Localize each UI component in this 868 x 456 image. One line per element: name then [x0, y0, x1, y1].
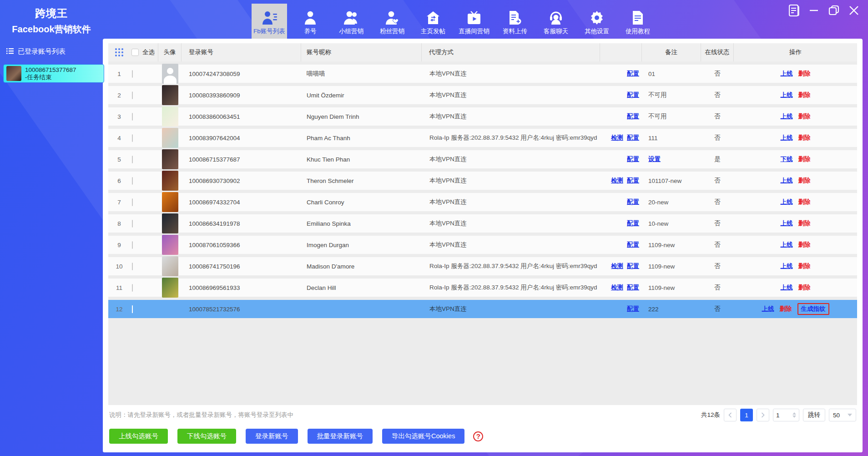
delete-link[interactable]: 删除 — [780, 305, 792, 313]
online-link[interactable]: 上线 — [762, 305, 774, 313]
config-link[interactable]: 配置 — [627, 177, 639, 185]
minimize-icon[interactable] — [807, 5, 821, 16]
delete-link[interactable]: 删除 — [798, 198, 811, 206]
row-checkbox[interactable] — [132, 134, 133, 142]
config-link[interactable]: 配置 — [627, 241, 639, 249]
delete-link[interactable]: 删除 — [798, 241, 811, 249]
delete-link[interactable]: 删除 — [798, 262, 811, 270]
config-link[interactable]: 配置 — [627, 219, 639, 228]
tab-客服聊天[interactable]: 客服聊天 — [538, 4, 574, 39]
config-link[interactable]: 配置 — [627, 262, 639, 270]
row-checkbox[interactable] — [132, 177, 133, 185]
button-上线勾选账号[interactable]: 上线勾选账号 — [109, 429, 168, 444]
row-checkbox[interactable] — [132, 113, 133, 121]
page-jump-input[interactable]: 1 — [773, 409, 799, 421]
config-link[interactable]: 配置 — [627, 70, 639, 78]
table-row[interactable]: 2100080393860909Umit Özdemir本地VPN直连配置不可用… — [108, 86, 857, 104]
table-row[interactable]: 5100086715377687Khuc Tien Phan本地VPN直连配置设… — [108, 150, 857, 168]
row-checkbox[interactable] — [132, 263, 133, 270]
button-导出勾选账号Cookies[interactable]: 导出勾选账号Cookies — [382, 429, 464, 444]
table-row[interactable]: 1100074247308059喵喵喵本地VPN直连配置01否上线删除 — [108, 65, 857, 83]
table-row[interactable]: 6100086930730902Theron Schmeler本地VPN直连检测… — [108, 172, 857, 190]
help-icon[interactable]: ? — [473, 431, 483, 441]
jump-button[interactable]: 跳转 — [803, 409, 825, 421]
check-link[interactable]: 检测 — [611, 284, 623, 292]
delete-link[interactable]: 删除 — [798, 219, 811, 228]
online-link[interactable]: 上线 — [781, 177, 793, 185]
row-checkbox[interactable] — [132, 220, 133, 228]
delete-link[interactable]: 删除 — [798, 112, 811, 121]
restore-icon[interactable] — [827, 5, 841, 16]
row-checkbox[interactable] — [132, 284, 133, 292]
select-all-checkbox[interactable] — [131, 49, 139, 56]
row-checkbox[interactable] — [132, 70, 133, 78]
delete-link[interactable]: 删除 — [798, 91, 811, 99]
check-link[interactable]: 检测 — [611, 177, 623, 185]
close-icon[interactable] — [847, 5, 861, 16]
config-link[interactable]: 配置 — [627, 134, 639, 142]
online-link[interactable]: 上线 — [781, 241, 793, 249]
account-number: 100083860063451 — [182, 113, 301, 120]
delete-link[interactable]: 删除 — [798, 155, 811, 163]
table-row[interactable]: 4100083907642004Pham Ac ThanhRola-Ip 服务器… — [108, 129, 857, 147]
check-link[interactable]: 检测 — [611, 134, 623, 142]
drag-grid-icon[interactable] — [108, 43, 130, 61]
delete-link[interactable]: 删除 — [798, 70, 811, 78]
check-link[interactable]: 检测 — [611, 262, 623, 270]
delete-link[interactable]: 删除 — [798, 134, 811, 142]
online-link[interactable]: 上线 — [781, 262, 793, 270]
online-link[interactable]: 上线 — [781, 91, 793, 99]
tab-直播间营销[interactable]: 直播间营销 — [456, 4, 492, 39]
online-link[interactable]: 上线 — [781, 134, 793, 142]
config-link[interactable]: 配置 — [627, 284, 639, 292]
tab-其他设置[interactable]: 其他设置 — [579, 4, 615, 39]
tab-使用教程[interactable]: 使用教程 — [620, 4, 656, 39]
table-row[interactable]: 12100078521732576本地VPN直连配置222否上线删除生成指纹 — [108, 300, 857, 318]
tab-养号[interactable]: 养号 — [293, 4, 328, 39]
online-link[interactable]: 上线 — [781, 70, 793, 78]
table-row[interactable]: 3100083860063451Nguyen Diem Trinh本地VPN直连… — [108, 107, 857, 126]
config-link[interactable]: 配置 — [627, 155, 639, 163]
tab-资料上传[interactable]: 资料上传 — [497, 4, 533, 39]
button-下线勾选账号[interactable]: 下线勾选账号 — [177, 429, 236, 444]
online-link[interactable]: 上线 — [781, 284, 793, 292]
config-link[interactable]: 配置 — [627, 198, 639, 206]
config-link[interactable]: 配置 — [627, 112, 639, 121]
row-checkbox[interactable] — [132, 91, 133, 99]
row-checkbox[interactable] — [132, 156, 133, 163]
sidebar-account-item[interactable]: 100086715377687 -任务结束 — [3, 64, 104, 83]
tab-Fb账号列表[interactable]: Fb账号列表 — [252, 4, 287, 39]
delete-link[interactable]: 删除 — [798, 284, 811, 292]
table-row[interactable]: 10100086741750196Madison D'amoreRola-Ip … — [108, 257, 857, 275]
table-row[interactable]: 8100086634191978Emiliano Spinka本地VPN直连配置… — [108, 214, 857, 233]
delete-link[interactable]: 删除 — [798, 177, 811, 185]
online-link[interactable]: 上线 — [781, 198, 793, 206]
offline-link[interactable]: 下线 — [781, 155, 793, 163]
row-checkbox[interactable] — [132, 198, 133, 206]
online-link[interactable]: 上线 — [781, 112, 793, 121]
stepper-icon[interactable] — [792, 412, 796, 418]
row-checkbox[interactable] — [132, 305, 133, 313]
table-row[interactable]: 9100087061059366Imogen Durgan本地VPN直连配置11… — [108, 236, 857, 254]
changelog-icon[interactable] — [787, 5, 801, 16]
proxy-mode: Rola-Ip 服务器:202.88.37.9:5432 用户名:4rkuj 密… — [422, 284, 600, 292]
tab-粉丝营销[interactable]: 粉丝营销 — [374, 4, 410, 39]
actions-cell: 下线删除 — [734, 155, 857, 163]
remark-set-link[interactable]: 设置 — [648, 155, 661, 163]
tab-小组营销[interactable]: 小组营销 — [333, 4, 369, 39]
generate-fingerprint-button[interactable]: 生成指纹 — [797, 303, 829, 315]
prev-page-button[interactable] — [724, 409, 737, 421]
table-row[interactable]: 11100086969561933Declan HillRola-Ip 服务器:… — [108, 279, 857, 297]
table-row[interactable]: 7100086974332704Charli Conroy本地VPN直连配置20… — [108, 193, 857, 211]
row-checkbox[interactable] — [132, 241, 133, 249]
button-登录新账号[interactable]: 登录新账号 — [246, 429, 298, 444]
current-page-button[interactable]: 1 — [740, 409, 753, 421]
page-size-select[interactable]: 50 — [829, 409, 856, 421]
next-page-button[interactable] — [757, 409, 769, 421]
tab-主页发帖[interactable]: 主页发帖 — [415, 4, 451, 39]
remark-cell: 20-new — [642, 199, 701, 206]
config-link[interactable]: 配置 — [627, 305, 639, 313]
online-link[interactable]: 上线 — [781, 219, 793, 228]
config-link[interactable]: 配置 — [627, 91, 639, 99]
button-批量登录新账号[interactable]: 批量登录新账号 — [308, 429, 373, 444]
